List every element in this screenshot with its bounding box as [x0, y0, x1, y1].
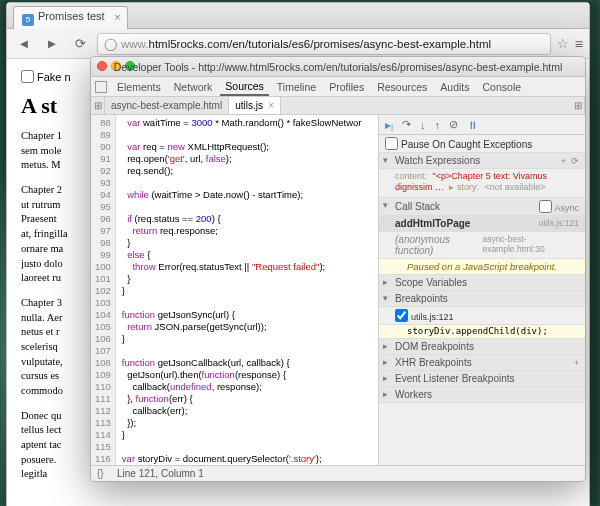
address-bar[interactable]: ◯www.html5rocks.com/en/tutorials/es6/pro… — [97, 33, 551, 55]
para: Chapter 1 sem mole metus. M — [21, 129, 93, 173]
devtools-tabbar: Elements Network Sources Timeline Profil… — [91, 77, 585, 97]
callstack-frame[interactable]: (anonymous function)async-best-example.h… — [379, 232, 585, 259]
close-icon[interactable]: × — [268, 100, 274, 111]
tab-audits[interactable]: Audits — [435, 79, 474, 95]
chrome-toolbar: ◄ ► ⟳ ◯www.html5rocks.com/en/tutorials/e… — [7, 29, 589, 59]
breakpoint-item[interactable]: utils.js:121 — [379, 307, 585, 325]
url-text: html5rocks.com/en/tutorials/es6/promises… — [148, 38, 491, 50]
section-xhr-bp[interactable]: XHR Breakpoints+ — [379, 355, 585, 371]
tab-elements[interactable]: Elements — [112, 79, 166, 95]
devtools-titlebar[interactable]: Developer Tools - http://www.html5rocks.… — [91, 57, 585, 77]
back-button[interactable]: ◄ — [13, 33, 35, 55]
devtools-window: Developer Tools - http://www.html5rocks.… — [90, 56, 586, 482]
cursor-position: Line 121, Column 1 — [117, 468, 204, 479]
para: Chapter 3 nulla. Aer netus et r sceleris… — [21, 296, 93, 399]
code-editor[interactable]: 88 89 90 91 92 93 94 95 96 97 98 99 100 … — [91, 115, 378, 465]
tab-sources[interactable]: Sources — [220, 78, 269, 96]
callstack-frame[interactable]: addHtmlToPageutils.js:121 — [379, 216, 585, 232]
fake-checkbox[interactable]: Fake n — [21, 71, 71, 83]
section-breakpoints[interactable]: Breakpoints — [379, 291, 585, 307]
step-out-icon[interactable]: ↑ — [435, 119, 441, 131]
file-tabbar: ⊞ async-best-example.html utils.js× ⊞ — [91, 97, 585, 115]
section-scope[interactable]: Scope Variables — [379, 275, 585, 291]
tab-profiles[interactable]: Profiles — [324, 79, 369, 95]
deactivate-bp-icon[interactable]: ⊘ — [449, 118, 458, 131]
chrome-tab[interactable]: 5Promises test × — [13, 6, 128, 29]
breakpoint-code: storyDiv.appendChild(div); — [379, 325, 585, 339]
navigator-toggle-icon[interactable]: ⊞ — [91, 97, 105, 114]
chrome-menu-icon[interactable]: ≡ — [575, 36, 583, 52]
section-callstack[interactable]: Call Stack Async — [379, 198, 585, 216]
debugger-controls: ▸| ↷ ↓ ↑ ⊘ ⏸ — [379, 115, 585, 135]
section-watch[interactable]: Watch Expressions+ ⟳ — [379, 153, 585, 169]
debugger-sidebar: ▸| ↷ ↓ ↑ ⊘ ⏸ Pause On Caught Exceptions … — [378, 115, 585, 465]
bookmark-star-icon[interactable]: ☆ — [557, 36, 569, 51]
async-checkbox[interactable] — [539, 200, 552, 213]
url-proto: www. — [121, 38, 148, 50]
tab-resources[interactable]: Resources — [372, 79, 432, 95]
tab-network[interactable]: Network — [169, 79, 218, 95]
tab-console[interactable]: Console — [478, 79, 527, 95]
section-dom-bp[interactable]: DOM Breakpoints — [379, 339, 585, 355]
watch-value[interactable]: content: "<p>Chapter 5 text: Vivamus dig… — [379, 169, 585, 198]
code-content: var waitTime = 3000 * Math.random() * fa… — [116, 115, 362, 465]
statusbar: {} Line 121, Column 1 — [91, 465, 585, 481]
tab-timeline[interactable]: Timeline — [272, 79, 321, 95]
inspect-icon[interactable] — [95, 81, 107, 93]
section-workers[interactable]: Workers — [379, 387, 585, 403]
pause-caught-row[interactable]: Pause On Caught Exceptions — [379, 135, 585, 153]
file-tab[interactable]: utils.js× — [229, 97, 281, 114]
para: Donec qu tellus lect aptent tac posuere.… — [21, 409, 93, 482]
para: Chapter 2 ut rutrum Praesent at, fringil… — [21, 183, 93, 286]
window-title: Developer Tools - http://www.html5rocks.… — [97, 61, 579, 73]
paused-message: Paused on a JavaScript breakpoint. — [379, 259, 585, 275]
resume-button[interactable]: ▸| — [385, 118, 393, 132]
pause-exceptions-icon[interactable]: ⏸ — [467, 119, 478, 131]
forward-button[interactable]: ► — [41, 33, 63, 55]
tab-title: Promises test — [38, 10, 105, 22]
step-over-icon[interactable]: ↷ — [402, 118, 411, 131]
reload-button[interactable]: ⟳ — [69, 33, 91, 55]
pretty-print-icon[interactable]: {} — [97, 468, 109, 479]
section-event-bp[interactable]: Event Listener Breakpoints — [379, 371, 585, 387]
file-tab[interactable]: async-best-example.html — [105, 97, 229, 114]
line-gutter: 88 89 90 91 92 93 94 95 96 97 98 99 100 … — [91, 115, 116, 465]
step-into-icon[interactable]: ↓ — [420, 119, 426, 131]
globe-icon: ◯ — [104, 37, 117, 51]
watch-tools[interactable]: + ⟳ — [561, 156, 579, 166]
sidebar-toggle-icon[interactable]: ⊞ — [571, 97, 585, 114]
chrome-tabstrip: 5Promises test × — [7, 3, 589, 29]
close-tab-icon[interactable]: × — [114, 11, 120, 23]
favicon: 5 — [22, 14, 34, 26]
